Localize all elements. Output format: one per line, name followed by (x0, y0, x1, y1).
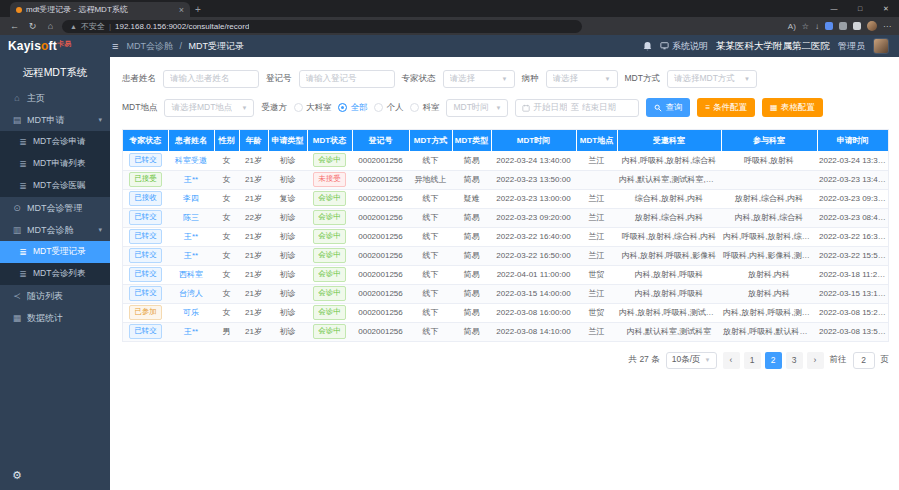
logo-accent: o (41, 39, 49, 53)
breadcrumb-parent[interactable]: MDT会诊舱 (126, 41, 173, 51)
sidebar-item-data-stats[interactable]: ▦数据统计 (0, 307, 110, 329)
url-bar[interactable]: ▲ 不安全 | 192.168.0.156:9002/consultale/re… (62, 20, 582, 33)
refresh-icon[interactable]: ↻ (26, 21, 39, 31)
page-size-select[interactable]: 10条/页 ▼ (666, 352, 717, 369)
table-row: 已转交王**女21岁初诊会诊中0002001256线下简易2022-03-22 … (123, 246, 888, 265)
register-no-input[interactable]: 请输入登记号 (299, 70, 395, 88)
back-icon[interactable]: ← (8, 21, 21, 31)
age-cell: 21岁 (245, 251, 262, 260)
sidebar-item-mdt-consult-list[interactable]: ≣MDT会诊列表 (0, 263, 110, 285)
table-row: 已转交王**男21岁初诊会诊中0002001256线下简易2022-03-08 … (123, 322, 888, 341)
sidebar-item-label: MDT受理记录 (33, 246, 85, 258)
sidebar-submenu: ≣MDT会诊申请≣MDT申请列表≣MDT会诊医嘱 (0, 131, 110, 197)
system-help[interactable]: 系统说明 (660, 40, 708, 53)
apply-type-cell: 初诊 (280, 308, 296, 317)
system-help-label: 系统说明 (672, 40, 708, 53)
settings-gear-icon[interactable]: ⚙ (12, 469, 22, 482)
age-cell: 21岁 (245, 308, 262, 317)
patient-name-link[interactable]: 西科室 (179, 270, 203, 279)
patient-name-link[interactable]: 王** (184, 251, 198, 260)
sidebar-item-label: MDT会诊舱 (27, 224, 74, 237)
extension-icon[interactable] (825, 22, 833, 30)
mdt-status-tag: 会诊中 (313, 191, 346, 205)
notification-bell-icon[interactable] (643, 41, 652, 51)
favorite-star-icon[interactable]: ☆ (802, 22, 809, 31)
radio-big-dept[interactable]: 大科室 (294, 102, 332, 114)
sidebar-item-mdt-consult-advice[interactable]: ≣MDT会诊医嘱 (0, 175, 110, 197)
tab-close-icon[interactable]: × (179, 5, 184, 15)
pagination: 共 27 条 10条/页 ▼ ‹123› 前往 2 页 (122, 352, 889, 369)
window-close-button[interactable]: ✕ (873, 0, 899, 17)
sidebar-item-mdt-cabin[interactable]: ▥MDT会诊舱▾ (0, 219, 110, 241)
hamburger-icon[interactable]: ≡ (112, 40, 118, 52)
patient-name-link[interactable]: 陈三 (183, 213, 199, 222)
mdt-time-select[interactable]: MDT时间▼ (446, 99, 508, 117)
patient-name-input[interactable]: 请输入患者姓名 (163, 70, 259, 88)
chevron-down-icon: ▾ (98, 116, 102, 124)
radio-label: 科室 (422, 102, 439, 114)
sidebar-item-mdt-accept-record[interactable]: ≣MDT受理记录 (0, 241, 110, 263)
disease-select[interactable]: 请选择▼ (546, 70, 618, 88)
date-separator: 至 (570, 102, 579, 114)
radio-checked-icon (338, 103, 347, 112)
sidebar: 远程MDT系统 ⌂主页▤MDT申请▾≣MDT会诊申请≣MDT申请列表≣MDT会诊… (0, 57, 110, 490)
mdt-mode-placeholder: 请选择MDT方式 (674, 73, 735, 85)
chevron-down-icon: ▼ (744, 76, 750, 82)
gender-cell: 女 (223, 194, 231, 203)
page-button-2[interactable]: 2 (765, 352, 782, 369)
page-button-1[interactable]: 1 (744, 352, 761, 369)
home-icon[interactable]: ⌂ (44, 21, 57, 31)
column-header: MDT时间 (491, 130, 576, 151)
expert-status-select[interactable]: 请选择▼ (443, 70, 515, 88)
window-minimize-button[interactable]: — (821, 0, 847, 17)
patient-name-link[interactable]: 王** (184, 232, 198, 241)
patient-name-link[interactable]: 王** (184, 327, 198, 336)
patient-name-link[interactable]: 台湾人 (179, 289, 203, 298)
browser-profile-avatar[interactable] (867, 21, 877, 31)
extension-icon[interactable] (839, 22, 847, 30)
user-avatar[interactable] (873, 38, 889, 54)
doc-icon: ≣ (18, 137, 28, 147)
patient-name-link[interactable]: 王** (184, 175, 198, 184)
extension-icon[interactable] (853, 22, 861, 30)
date-range-picker[interactable]: 开始日期 至 结束日期 (515, 99, 639, 117)
radio-icon (374, 103, 383, 112)
patient-name-link[interactable]: 李四 (183, 194, 199, 203)
table-config-button[interactable]: ▦ 表格配置 (762, 98, 823, 117)
joined-depts-cell: 放射科,综合科,内科 (735, 194, 803, 203)
sidebar-item-mdt-consult-apply[interactable]: ≣MDT会诊申请 (0, 131, 110, 153)
prev-page-button[interactable]: ‹ (723, 352, 740, 369)
sidebar-item-follow-list[interactable]: ≺随访列表 (0, 285, 110, 307)
mdt-type-cell: 简易 (464, 156, 480, 165)
chevron-down-icon: ▼ (495, 105, 501, 111)
search-button[interactable]: 查询 (646, 98, 690, 117)
reg-no-cell: 0002001256 (358, 194, 403, 203)
mdt-place-select[interactable]: 请选择MDT地点▼ (164, 99, 254, 117)
browser-menu-icon[interactable]: ⋯ (883, 22, 891, 31)
patient-name-link[interactable]: 科室受邀 (175, 156, 207, 165)
downloads-icon[interactable]: ↓ (815, 22, 819, 31)
sidebar-item-mdt-manage[interactable]: ⊙MDT会诊管理 (0, 197, 110, 219)
mdt-mode-cell: 线下 (423, 308, 439, 317)
radio-all[interactable]: 全部 (338, 102, 367, 114)
condition-config-button[interactable]: ≡ 条件配置 (697, 98, 755, 117)
invited-depts-cell: 综合科,放射科,内科 (635, 194, 703, 203)
read-aloud-icon[interactable]: A) (788, 22, 796, 31)
sidebar-item-home[interactable]: ⌂主页 (0, 87, 110, 109)
browser-tab[interactable]: mdt受理记录 - 远程MDT系统 × (10, 2, 190, 17)
home-icon: ⌂ (12, 93, 22, 103)
next-page-button[interactable]: › (807, 352, 824, 369)
new-tab-button[interactable]: + (190, 2, 206, 17)
goto-page-input[interactable]: 2 (853, 352, 875, 369)
radio-dept[interactable]: 科室 (410, 102, 439, 114)
radio-personal[interactable]: 个人 (374, 102, 403, 114)
mdt-mode-select[interactable]: 请选择MDT方式▼ (667, 70, 757, 88)
sidebar-item-label: MDT申请 (27, 114, 65, 127)
reg-no-cell: 0002001256 (358, 213, 403, 222)
sidebar-item-mdt-apply-list[interactable]: ≣MDT申请列表 (0, 153, 110, 175)
page-button-3[interactable]: 3 (786, 352, 803, 369)
mdt-type-cell: 简易 (464, 232, 480, 241)
sidebar-item-mdt-apply[interactable]: ▤MDT申请▾ (0, 109, 110, 131)
window-maximize-button[interactable]: □ (847, 0, 873, 17)
patient-name-link[interactable]: 可乐 (183, 308, 199, 317)
